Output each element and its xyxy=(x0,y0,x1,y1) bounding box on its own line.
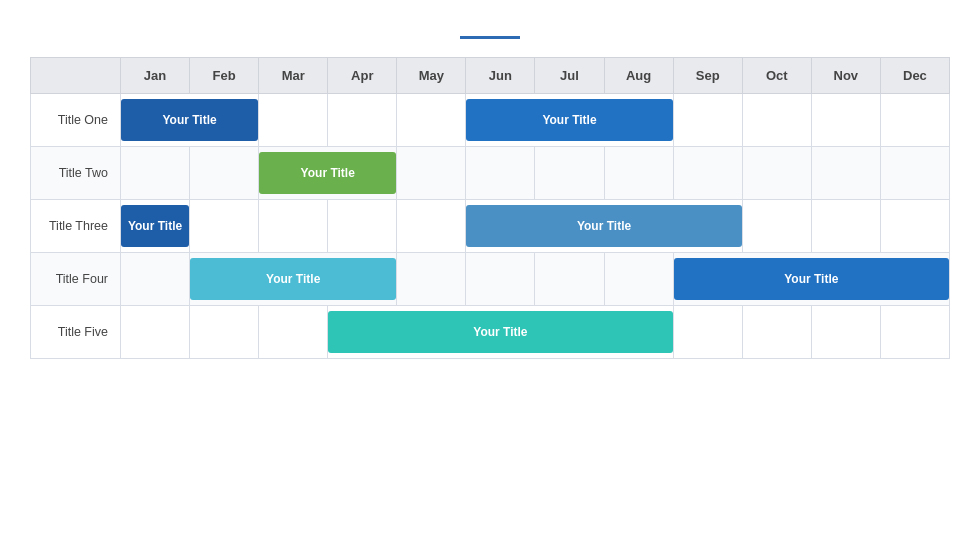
empty-cell xyxy=(466,253,535,306)
gantt-bar: Your Title xyxy=(466,205,741,247)
table-row: Title OneYour TitleYour Title xyxy=(31,94,950,147)
empty-cell xyxy=(742,306,811,359)
col-header-oct: Oct xyxy=(742,58,811,94)
table-row: Title ThreeYour TitleYour Title xyxy=(31,200,950,253)
gantt-bar: Your Title xyxy=(259,152,396,194)
col-header-may: May xyxy=(397,58,466,94)
empty-cell xyxy=(811,306,880,359)
bar-cell: Your Title xyxy=(121,200,190,253)
col-header-jul: Jul xyxy=(535,58,604,94)
bar-cell: Your Title xyxy=(466,200,742,253)
col-header-dec: Dec xyxy=(880,58,949,94)
gantt-table: JanFebMarAprMayJunJulAugSepOctNovDec Tit… xyxy=(30,57,950,359)
bar-cell: Your Title xyxy=(466,94,673,147)
col-header-apr: Apr xyxy=(328,58,397,94)
empty-cell xyxy=(397,200,466,253)
row-label-3: Title Four xyxy=(31,253,121,306)
empty-cell xyxy=(259,94,328,147)
empty-cell xyxy=(121,147,190,200)
empty-cell xyxy=(190,306,259,359)
gantt-bar: Your Title xyxy=(328,311,672,353)
row-label-2: Title Three xyxy=(31,200,121,253)
col-header-jan: Jan xyxy=(121,58,190,94)
empty-cell xyxy=(673,306,742,359)
empty-cell xyxy=(397,147,466,200)
empty-cell xyxy=(190,147,259,200)
col-header-nov: Nov xyxy=(811,58,880,94)
empty-cell xyxy=(880,147,949,200)
empty-cell xyxy=(880,94,949,147)
gantt-bar: Your Title xyxy=(121,205,189,247)
row-label-4: Title Five xyxy=(31,306,121,359)
empty-cell xyxy=(742,147,811,200)
empty-cell xyxy=(190,200,259,253)
col-header-mar: Mar xyxy=(259,58,328,94)
empty-cell xyxy=(811,200,880,253)
bar-cell: Your Title xyxy=(190,253,397,306)
empty-cell xyxy=(121,253,190,306)
col-header-label xyxy=(31,58,121,94)
gantt-bar: Your Title xyxy=(190,258,396,300)
empty-cell xyxy=(259,200,328,253)
header xyxy=(460,28,520,39)
bar-cell: Your Title xyxy=(121,94,259,147)
col-header-jun: Jun xyxy=(466,58,535,94)
empty-cell xyxy=(328,200,397,253)
empty-cell xyxy=(121,306,190,359)
empty-cell xyxy=(742,200,811,253)
empty-cell xyxy=(880,200,949,253)
empty-cell xyxy=(328,94,397,147)
row-label-1: Title Two xyxy=(31,147,121,200)
empty-cell xyxy=(535,253,604,306)
bar-cell: Your Title xyxy=(328,306,673,359)
empty-cell xyxy=(604,253,673,306)
row-label-0: Title One xyxy=(31,94,121,147)
gantt-bar: Your Title xyxy=(466,99,672,141)
table-row: Title FourYour TitleYour Title xyxy=(31,253,950,306)
col-header-aug: Aug xyxy=(604,58,673,94)
empty-cell xyxy=(673,94,742,147)
col-header-sep: Sep xyxy=(673,58,742,94)
empty-cell xyxy=(604,147,673,200)
chart-container: JanFebMarAprMayJunJulAugSepOctNovDec Tit… xyxy=(30,57,950,531)
empty-cell xyxy=(535,147,604,200)
page: JanFebMarAprMayJunJulAugSepOctNovDec Tit… xyxy=(0,0,980,551)
table-row: Title FiveYour Title xyxy=(31,306,950,359)
table-row: Title TwoYour Title xyxy=(31,147,950,200)
empty-cell xyxy=(259,306,328,359)
empty-cell xyxy=(397,94,466,147)
bar-cell: Your Title xyxy=(259,147,397,200)
empty-cell xyxy=(811,147,880,200)
col-header-feb: Feb xyxy=(190,58,259,94)
bar-cell: Your Title xyxy=(673,253,949,306)
empty-cell xyxy=(742,94,811,147)
title-underline xyxy=(460,36,520,39)
empty-cell xyxy=(466,147,535,200)
gantt-bar: Your Title xyxy=(121,99,258,141)
gantt-bar: Your Title xyxy=(674,258,949,300)
empty-cell xyxy=(397,253,466,306)
empty-cell xyxy=(880,306,949,359)
empty-cell xyxy=(811,94,880,147)
empty-cell xyxy=(673,147,742,200)
